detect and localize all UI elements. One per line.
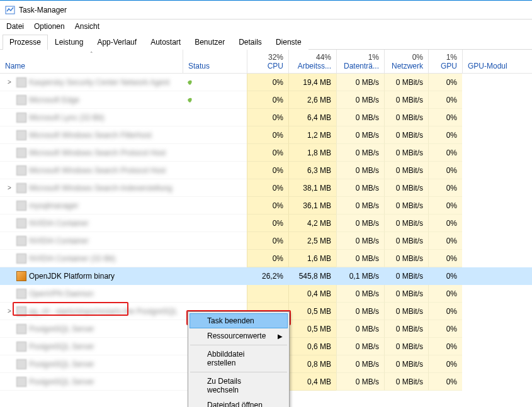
process-icon	[16, 271, 26, 281]
process-name: PostgreSQL Server	[29, 325, 94, 333]
cell-disk: 0 MB/s	[336, 320, 384, 338]
process-icon	[16, 148, 26, 158]
cell-network: 0 MBit/s	[384, 355, 428, 373]
process-name: NVIDIA Container (32-Bit)	[29, 254, 115, 263]
app-icon	[5, 5, 15, 15]
cell-name: >pg_ctl - starts/stops/restarts the Post…	[0, 303, 183, 320]
cell-name: PostgreSQL Server	[0, 373, 183, 391]
cell-memory: 2,6 MB	[288, 91, 336, 109]
column-headers: ˄ Name Status 32%CPU 44%Arbeitss... 1%Da…	[0, 50, 532, 74]
cell-gpu: 0%	[428, 373, 462, 391]
cell-cpu: 0%	[247, 162, 288, 179]
expander-icon[interactable]: >	[5, 79, 14, 86]
ctx-end-task[interactable]: Task beenden	[190, 313, 288, 328]
cell-network: 0 MBit/s	[384, 74, 428, 91]
cell-network: 0 MBit/s	[384, 215, 428, 232]
leaf-status-icon	[186, 79, 194, 86]
tab-autostart[interactable]: Autostart	[144, 35, 188, 50]
process-icon	[16, 113, 26, 123]
col-status[interactable]: Status	[183, 50, 247, 73]
process-row[interactable]: >Microsoft Windows Search-Indexerstellun…	[0, 179, 532, 197]
ctx-go-to-details[interactable]: Zu Details wechseln	[190, 374, 288, 398]
process-row[interactable]: Microsoft Edge0%2,6 MB0 MB/s0 MBit/s0%	[0, 91, 532, 109]
cell-disk: 0 MB/s	[336, 91, 384, 109]
process-row[interactable]: OpenJDK Platform binary26,2%545,8 MB0,1 …	[0, 267, 532, 285]
cell-name: Microsoft Lync (32-Bit)	[0, 109, 183, 126]
cell-gpu-module	[462, 74, 512, 91]
process-row[interactable]: mysqlmanager0%36,1 MB0 MB/s0 MBit/s0%	[0, 197, 532, 215]
col-disk[interactable]: 1%Datenträ...	[336, 50, 384, 73]
process-row[interactable]: NVIDIA Container0%4,2 MB0 MB/s0 MBit/s0%	[0, 215, 532, 232]
cell-disk: 0 MB/s	[336, 232, 384, 250]
tab-dienste[interactable]: Dienste	[269, 35, 308, 50]
cell-status	[183, 285, 247, 303]
cell-name: Microsoft Windows Search Filterhost	[0, 126, 183, 144]
col-gpu-module[interactable]: GPU-Modul	[462, 50, 512, 73]
process-icon	[16, 377, 26, 387]
cell-network: 0 MBit/s	[384, 109, 428, 126]
cell-gpu-module	[462, 126, 512, 144]
cell-memory: 0,8 MB	[288, 355, 336, 373]
cell-gpu: 0%	[428, 267, 462, 285]
process-name: PostgreSQL Server	[29, 342, 94, 351]
cell-gpu-module	[462, 232, 512, 250]
process-name: PostgreSQL Server	[29, 377, 94, 386]
tab-app-verlauf[interactable]: App-Verlauf	[90, 35, 144, 50]
tab-details[interactable]: Details	[232, 35, 269, 50]
col-cpu[interactable]: 32%CPU	[247, 50, 288, 73]
cell-cpu: 0%	[247, 91, 288, 109]
process-name: OpenJDK Platform binary	[29, 272, 115, 281]
process-row[interactable]: Microsoft Windows Search Filterhost0%1,2…	[0, 126, 532, 144]
process-icon	[16, 306, 26, 316]
tabs: ProzesseLeistungApp-VerlaufAutostartBenu…	[0, 33, 532, 50]
cell-memory: 6,3 MB	[288, 162, 336, 179]
process-row[interactable]: NVIDIA Container0%2,5 MB0 MB/s0 MBit/s0%	[0, 232, 532, 250]
cell-status	[183, 126, 247, 144]
process-row[interactable]: Microsoft Windows Search Protocol Host0%…	[0, 162, 532, 179]
cell-gpu: 0%	[428, 232, 462, 250]
process-icon	[16, 218, 26, 228]
process-row[interactable]: Microsoft Lync (32-Bit)0%6,4 MB0 MB/s0 M…	[0, 109, 532, 126]
cell-gpu: 0%	[428, 162, 462, 179]
cell-disk: 0 MB/s	[336, 215, 384, 232]
titlebar: Task-Manager	[0, 1, 532, 20]
cell-network: 0 MBit/s	[384, 144, 428, 162]
process-name: pg_ctl - starts/stops/restarts the Postg…	[29, 307, 178, 316]
cell-name: PostgreSQL Server	[0, 338, 183, 355]
menu-file[interactable]: Datei	[6, 22, 24, 31]
expander-icon[interactable]: >	[5, 308, 14, 315]
col-mem[interactable]: 44%Arbeitss...	[288, 50, 336, 73]
process-row[interactable]: >Kaspersky Security Center Network Agent…	[0, 74, 532, 91]
process-name: NVIDIA Container	[29, 237, 89, 245]
tab-leistung[interactable]: Leistung	[48, 35, 90, 50]
process-row[interactable]: Microsoft Windows Search Protocol Host0%…	[0, 144, 532, 162]
process-name: Microsoft Windows Search Protocol Host	[29, 148, 166, 157]
col-net[interactable]: 0%Netzwerk	[384, 50, 428, 73]
cell-gpu: 0%	[428, 126, 462, 144]
process-name: NVIDIA Container	[29, 219, 89, 228]
cell-memory: 0,5 MB	[288, 320, 336, 338]
ctx-create-dump[interactable]: Abbilddatei erstellen	[190, 347, 288, 371]
cell-gpu: 0%	[428, 320, 462, 338]
cell-cpu: 0%	[247, 197, 288, 215]
tab-prozesse[interactable]: Prozesse	[3, 35, 48, 50]
tab-benutzer[interactable]: Benutzer	[188, 35, 232, 50]
ctx-open-file-location[interactable]: Dateipfad öffnen	[190, 398, 288, 407]
cell-gpu: 0%	[428, 250, 462, 267]
process-row[interactable]: OpenVPN Daemon0,4 MB0 MB/s0 MBit/s0%	[0, 285, 532, 303]
cell-disk: 0 MB/s	[336, 373, 384, 391]
process-row[interactable]: NVIDIA Container (32-Bit)0%1,6 MB0 MB/s0…	[0, 250, 532, 267]
ctx-resource-values[interactable]: Ressourcenwerte▶	[190, 328, 288, 343]
expander-icon[interactable]: >	[5, 184, 14, 191]
menu-view[interactable]: Ansicht	[75, 22, 99, 31]
sort-indicator-icon: ˄	[90, 51, 93, 57]
col-gpu[interactable]: 1%GPU	[428, 50, 462, 73]
process-name: Microsoft Lync (32-Bit)	[29, 113, 105, 122]
cell-name: Microsoft Windows Search Protocol Host	[0, 162, 183, 179]
menu-options[interactable]: Optionen	[34, 22, 65, 31]
process-icon	[16, 289, 26, 299]
col-name[interactable]: ˄ Name	[0, 50, 183, 73]
cell-gpu-module	[462, 91, 512, 109]
process-name: Microsoft Windows Search-Indexerstellung	[29, 184, 172, 192]
cell-gpu-module	[462, 144, 512, 162]
